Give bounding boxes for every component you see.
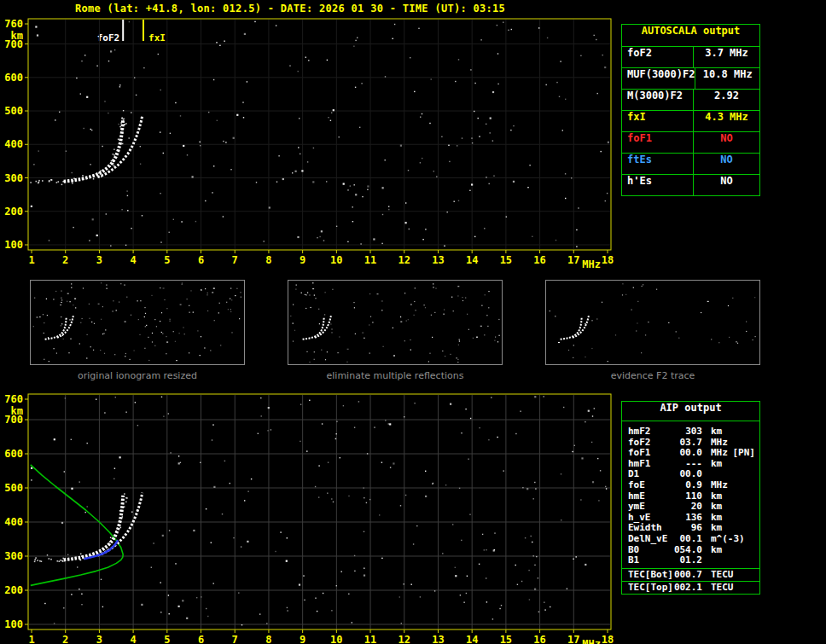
autoscala-row-label: MUF(3000)F2 [622,68,695,89]
aip-row-label: foF2 [622,437,673,448]
x-axis-tick-label: 14 [462,254,481,266]
aip-row-unit: MHz [711,437,728,448]
x-axis-tick-label: 4 [124,634,143,644]
x-axis-tick-label: 12 [395,634,414,644]
x-axis-unit-label: MHz [582,638,613,644]
aip-row-unit: km [711,512,722,523]
aip-row-label: DelN_vE [622,533,673,544]
aip-row-label: hmF1 [622,458,673,469]
aip-row-hmE: hmE110km [622,490,759,502]
x-axis-tick-label: 10 [327,634,346,644]
aip-row-label: foE [622,479,673,490]
aip-row-foE: foE0.9MHz [622,479,759,490]
y-axis-unit-label: km [0,30,23,42]
aip-row-unit: m^(-3) [711,533,745,544]
aip-row-unit: km [711,458,722,469]
x-axis-tick-label: 7 [225,254,244,266]
autoscala-row-label: ftEs [622,154,694,174]
autoscala-row-label: fxI [622,111,694,131]
aip-row-unit: km [711,544,722,555]
x-axis-tick-label: 8 [259,254,278,266]
aip-tec-unit: TECU [711,582,734,594]
aip-row-label: h_vE [622,512,673,523]
aip-row-unit: km [711,501,722,512]
autoscala-row-value: NO [694,154,759,174]
aip-row-value: 303 [673,426,702,437]
aip-row-label: B1 [622,554,673,566]
ionogram-top [21,12,623,268]
aip-row-unit: km [711,426,722,437]
aip-table-title: AIP output [622,402,759,421]
autoscala-row-label: foF1 [622,132,694,153]
aip-row-value: 20 [673,501,702,512]
aip-row-ymE: ymE20km [622,501,759,512]
aip-tec-rows: TEC[Bot]000.7TECUTEC[Top]002.1TECU [622,568,759,594]
aip-row-value: 054.0 [673,544,702,555]
aip-row-value: 01.2 [673,554,702,566]
aip-row-h_vE: h_vE136km [622,512,759,523]
y-axis-tick-label: 400 [0,516,23,528]
aip-tec-row-TEC[Top]: TEC[Top]002.1TECU [622,581,759,594]
x-axis-tick-label: 14 [462,634,481,644]
x-axis-tick-label: 1 [22,634,41,644]
ionogram-bottom [21,387,623,643]
thumbnail-caption: evidence F2 trace [545,370,760,381]
aip-tec-row-TEC[Bot]: TEC[Bot]000.7TECU [622,568,759,581]
x-axis-tick-label: 3 [90,254,108,266]
y-axis-tick-label: 600 [0,448,23,460]
aip-row-value: 0.9 [673,479,702,490]
y-axis-tick-label: 300 [0,172,23,184]
autoscala-row-label: h'Es [622,175,694,195]
aip-row-unit: km [711,490,722,502]
autoscala-row-fxI: fxI4.3 MHz [622,110,759,131]
aip-row-D1: D100.0 [622,468,759,479]
thumbnail-F2-ordinary-trace [303,316,324,339]
x-axis-tick-label: 11 [361,254,380,266]
aip-row-hmF2: hmF2303km [622,426,759,437]
noise-dots [30,21,609,247]
aip-row-label: D1 [622,468,673,479]
aip-tec-value: 000.7 [673,569,702,581]
thumbnail-plot [31,281,244,364]
x-axis-tick-label: 9 [294,634,312,644]
aip-tec-value: 002.1 [673,582,702,594]
thumbnail-original-ionogram [30,280,245,365]
aip-row-value: 00.1 [673,533,702,544]
x-axis-tick-label: 7 [225,634,244,644]
x-axis-tick-label: 8 [259,634,278,644]
x-axis-tick-label: 13 [428,634,447,644]
aip-row-value: --- [673,458,702,469]
aip-row-foF2: foF203.7MHz [622,437,759,448]
x-axis-tick-label: 15 [497,634,515,644]
aip-row-value: 00.0 [673,468,702,479]
y-axis-tick-label: 100 [0,239,23,251]
y-axis-tick-label: 400 [0,138,23,150]
aip-row-unit: MHz [711,447,728,458]
aip-row-foF1: foF100.0MHz[PN] [622,447,759,458]
x-axis-tick-label: 16 [531,634,550,644]
axis-ticks [25,24,608,253]
aip-row-value: 110 [673,490,702,502]
autoscala-row-value: NO [694,132,759,153]
autoscala-row-value: 10.8 MHz [695,68,759,89]
x-axis-tick-label: 2 [56,254,75,266]
aip-row-extra: [PN] [733,447,760,458]
thumbnail-caption: original ionogram resized [30,370,245,381]
autoscala-row-value: 3.7 MHz [694,47,759,67]
aip-row-value: 96 [673,522,702,533]
y-axis-unit-label: km [0,405,23,417]
y-axis-tick-label: 760 [0,393,23,405]
aip-row-value: 136 [673,512,702,523]
thumbnail-F2-ordinary-trace [45,316,67,339]
noise-dots [31,396,607,625]
aip-tec-label: TEC[Bot] [622,569,673,581]
x-axis-tick-label: 9 [294,254,312,266]
autoscala-row-value: 4.3 MHz [694,111,759,131]
thumbnail-evidence-f2-trace [545,280,760,365]
aip-row-B0: B0054.0km [622,544,759,555]
autoscala-row-label: M(3000)F2 [622,90,694,110]
autoscala-row-h'Es: h'EsNO [622,174,759,195]
y-axis-tick-label: 100 [0,618,23,630]
aip-output-table: AIP output hmF2303kmfoF203.7MHzfoF100.0M… [621,401,760,595]
thumbnail-plot [546,281,759,364]
